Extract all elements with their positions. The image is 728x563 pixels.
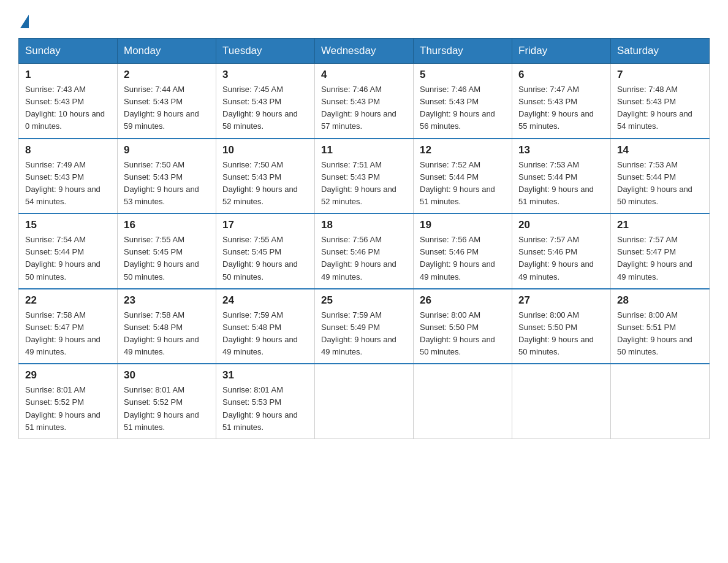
day-number: 21 <box>617 219 703 231</box>
calendar-cell: 22 Sunrise: 7:58 AMSunset: 5:47 PMDaylig… <box>19 289 118 364</box>
day-number: 9 <box>124 144 210 156</box>
calendar-cell: 25 Sunrise: 7:59 AMSunset: 5:49 PMDaylig… <box>315 289 414 364</box>
logo-arrow-icon <box>20 15 29 28</box>
calendar-cell: 8 Sunrise: 7:49 AMSunset: 5:43 PMDayligh… <box>19 139 118 214</box>
calendar-cell: 27 Sunrise: 8:00 AMSunset: 5:50 PMDaylig… <box>512 289 611 364</box>
calendar-cell: 29 Sunrise: 8:01 AMSunset: 5:52 PMDaylig… <box>19 364 118 439</box>
day-info: Sunrise: 7:55 AMSunset: 5:45 PMDaylight:… <box>124 235 199 281</box>
day-number: 7 <box>617 69 703 81</box>
day-number: 14 <box>617 144 703 156</box>
day-info: Sunrise: 7:51 AMSunset: 5:43 PMDaylight:… <box>321 160 396 206</box>
calendar-cell <box>414 364 512 439</box>
calendar-cell: 30 Sunrise: 8:01 AMSunset: 5:52 PMDaylig… <box>118 364 216 439</box>
day-info: Sunrise: 7:52 AMSunset: 5:44 PMDaylight:… <box>420 160 495 206</box>
calendar-cell <box>315 364 414 439</box>
calendar-week-row: 8 Sunrise: 7:49 AMSunset: 5:43 PMDayligh… <box>19 139 710 214</box>
day-info: Sunrise: 7:46 AMSunset: 5:43 PMDaylight:… <box>420 85 495 131</box>
calendar-body: 1 Sunrise: 7:43 AMSunset: 5:43 PMDayligh… <box>19 64 710 439</box>
calendar-cell: 23 Sunrise: 7:58 AMSunset: 5:48 PMDaylig… <box>118 289 216 364</box>
calendar-cell: 3 Sunrise: 7:45 AMSunset: 5:43 PMDayligh… <box>216 64 315 139</box>
weekday-header-tuesday: Tuesday <box>216 39 315 64</box>
day-info: Sunrise: 8:01 AMSunset: 5:52 PMDaylight:… <box>25 385 100 431</box>
day-number: 20 <box>518 219 604 231</box>
calendar-cell: 2 Sunrise: 7:44 AMSunset: 5:43 PMDayligh… <box>118 64 216 139</box>
weekday-header-saturday: Saturday <box>611 39 710 64</box>
calendar-cell: 1 Sunrise: 7:43 AMSunset: 5:43 PMDayligh… <box>19 64 118 139</box>
day-info: Sunrise: 7:54 AMSunset: 5:44 PMDaylight:… <box>25 235 100 281</box>
calendar-cell: 15 Sunrise: 7:54 AMSunset: 5:44 PMDaylig… <box>19 213 118 289</box>
day-info: Sunrise: 8:00 AMSunset: 5:51 PMDaylight:… <box>617 310 692 356</box>
day-number: 16 <box>124 219 210 231</box>
weekday-header-sunday: Sunday <box>19 39 118 64</box>
calendar-cell: 7 Sunrise: 7:48 AMSunset: 5:43 PMDayligh… <box>611 64 710 139</box>
day-info: Sunrise: 7:53 AMSunset: 5:44 PMDaylight:… <box>617 160 692 206</box>
day-info: Sunrise: 7:45 AMSunset: 5:43 PMDaylight:… <box>222 85 298 131</box>
calendar-cell: 19 Sunrise: 7:56 AMSunset: 5:46 PMDaylig… <box>414 213 512 289</box>
day-info: Sunrise: 7:50 AMSunset: 5:43 PMDaylight:… <box>222 160 298 206</box>
day-number: 13 <box>518 144 604 156</box>
calendar-cell: 11 Sunrise: 7:51 AMSunset: 5:43 PMDaylig… <box>315 139 414 214</box>
calendar-week-row: 22 Sunrise: 7:58 AMSunset: 5:47 PMDaylig… <box>19 289 710 364</box>
day-number: 3 <box>222 69 308 81</box>
day-number: 26 <box>420 294 506 307</box>
day-info: Sunrise: 7:58 AMSunset: 5:47 PMDaylight:… <box>25 310 100 356</box>
calendar-cell: 13 Sunrise: 7:53 AMSunset: 5:44 PMDaylig… <box>512 139 611 214</box>
weekday-header-wednesday: Wednesday <box>315 39 414 64</box>
calendar-table: SundayMondayTuesdayWednesdayThursdayFrid… <box>18 38 710 439</box>
weekday-header-row: SundayMondayTuesdayWednesdayThursdayFrid… <box>19 39 710 64</box>
calendar-cell: 26 Sunrise: 8:00 AMSunset: 5:50 PMDaylig… <box>414 289 512 364</box>
day-info: Sunrise: 7:58 AMSunset: 5:48 PMDaylight:… <box>124 310 199 356</box>
day-info: Sunrise: 7:56 AMSunset: 5:46 PMDaylight:… <box>321 235 396 281</box>
day-number: 27 <box>518 294 604 307</box>
day-number: 12 <box>420 144 506 156</box>
calendar-week-row: 15 Sunrise: 7:54 AMSunset: 5:44 PMDaylig… <box>19 213 710 289</box>
calendar-cell: 18 Sunrise: 7:56 AMSunset: 5:46 PMDaylig… <box>315 213 414 289</box>
calendar-cell: 5 Sunrise: 7:46 AMSunset: 5:43 PMDayligh… <box>414 64 512 139</box>
day-number: 8 <box>25 144 111 156</box>
day-info: Sunrise: 7:47 AMSunset: 5:43 PMDaylight:… <box>518 85 594 131</box>
calendar-cell: 20 Sunrise: 7:57 AMSunset: 5:46 PMDaylig… <box>512 213 611 289</box>
day-number: 10 <box>222 144 308 156</box>
day-info: Sunrise: 8:00 AMSunset: 5:50 PMDaylight:… <box>518 310 594 356</box>
page-header <box>18 12 710 26</box>
day-info: Sunrise: 7:55 AMSunset: 5:45 PMDaylight:… <box>222 235 298 281</box>
day-info: Sunrise: 8:01 AMSunset: 5:53 PMDaylight:… <box>222 385 298 431</box>
calendar-cell: 16 Sunrise: 7:55 AMSunset: 5:45 PMDaylig… <box>118 213 216 289</box>
calendar-week-row: 29 Sunrise: 8:01 AMSunset: 5:52 PMDaylig… <box>19 364 710 439</box>
day-number: 23 <box>124 294 210 307</box>
day-info: Sunrise: 7:43 AMSunset: 5:43 PMDaylight:… <box>25 85 105 131</box>
calendar-cell: 31 Sunrise: 8:01 AMSunset: 5:53 PMDaylig… <box>216 364 315 439</box>
calendar-cell: 12 Sunrise: 7:52 AMSunset: 5:44 PMDaylig… <box>414 139 512 214</box>
day-number: 24 <box>222 294 308 307</box>
day-number: 4 <box>321 69 407 81</box>
weekday-header-friday: Friday <box>512 39 611 64</box>
day-info: Sunrise: 7:49 AMSunset: 5:43 PMDaylight:… <box>25 160 100 206</box>
day-number: 11 <box>321 144 407 156</box>
day-info: Sunrise: 7:46 AMSunset: 5:43 PMDaylight:… <box>321 85 396 131</box>
day-info: Sunrise: 8:01 AMSunset: 5:52 PMDaylight:… <box>124 385 199 431</box>
calendar-cell: 28 Sunrise: 8:00 AMSunset: 5:51 PMDaylig… <box>611 289 710 364</box>
day-info: Sunrise: 8:00 AMSunset: 5:50 PMDaylight:… <box>420 310 495 356</box>
day-info: Sunrise: 7:59 AMSunset: 5:48 PMDaylight:… <box>222 310 298 356</box>
calendar-cell: 4 Sunrise: 7:46 AMSunset: 5:43 PMDayligh… <box>315 64 414 139</box>
day-number: 6 <box>518 69 604 81</box>
day-number: 30 <box>124 369 210 381</box>
day-number: 31 <box>222 369 308 381</box>
calendar-cell: 6 Sunrise: 7:47 AMSunset: 5:43 PMDayligh… <box>512 64 611 139</box>
weekday-header-monday: Monday <box>118 39 216 64</box>
day-number: 18 <box>321 219 407 231</box>
day-info: Sunrise: 7:57 AMSunset: 5:46 PMDaylight:… <box>518 235 594 281</box>
day-number: 17 <box>222 219 308 231</box>
calendar-cell: 17 Sunrise: 7:55 AMSunset: 5:45 PMDaylig… <box>216 213 315 289</box>
day-info: Sunrise: 7:59 AMSunset: 5:49 PMDaylight:… <box>321 310 396 356</box>
calendar-cell: 14 Sunrise: 7:53 AMSunset: 5:44 PMDaylig… <box>611 139 710 214</box>
calendar-cell <box>512 364 611 439</box>
calendar-cell: 10 Sunrise: 7:50 AMSunset: 5:43 PMDaylig… <box>216 139 315 214</box>
day-info: Sunrise: 7:44 AMSunset: 5:43 PMDaylight:… <box>124 85 199 131</box>
day-info: Sunrise: 7:57 AMSunset: 5:47 PMDaylight:… <box>617 235 692 281</box>
calendar-cell: 9 Sunrise: 7:50 AMSunset: 5:43 PMDayligh… <box>118 139 216 214</box>
calendar-cell: 24 Sunrise: 7:59 AMSunset: 5:48 PMDaylig… <box>216 289 315 364</box>
calendar-week-row: 1 Sunrise: 7:43 AMSunset: 5:43 PMDayligh… <box>19 64 710 139</box>
day-number: 29 <box>25 369 111 381</box>
day-info: Sunrise: 7:48 AMSunset: 5:43 PMDaylight:… <box>617 85 692 131</box>
